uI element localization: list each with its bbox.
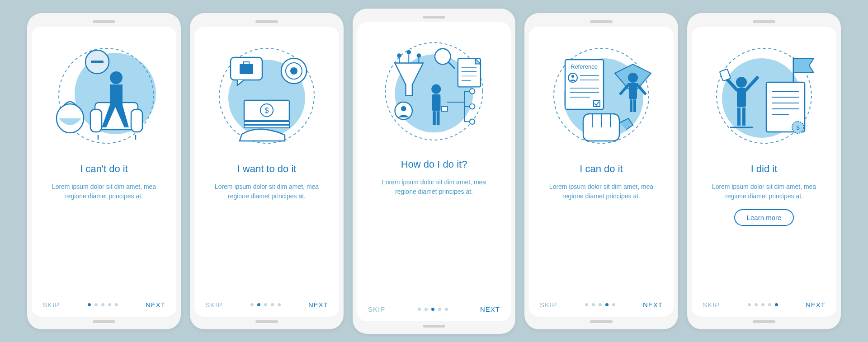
navigation-bar: SKIP NEXT <box>368 296 500 313</box>
next-button[interactable]: NEXT <box>643 301 663 309</box>
dot[interactable] <box>264 303 267 306</box>
phone-speaker <box>753 20 775 23</box>
navigation-bar: SKIP NEXT <box>703 292 826 309</box>
home-indicator <box>93 320 115 323</box>
phone-speaker <box>590 20 613 23</box>
dot[interactable] <box>425 308 428 311</box>
skip-button[interactable]: SKIP <box>540 301 557 309</box>
dot[interactable] <box>775 303 778 306</box>
onboarding-screen-3: How do I do it? Lorem ipsum dolor sit di… <box>353 9 515 334</box>
svg-rect-69 <box>633 99 636 112</box>
skip-button[interactable]: SKIP <box>42 301 60 309</box>
svg-rect-67 <box>629 83 637 99</box>
svg-rect-15 <box>240 64 253 74</box>
svg-point-29 <box>417 53 421 58</box>
dot[interactable] <box>94 303 98 306</box>
dot[interactable] <box>748 303 751 306</box>
svg-rect-44 <box>433 111 436 125</box>
screen-content: $ I want to do it Lorem ipsum dolor sit … <box>194 27 339 317</box>
svg-point-42 <box>431 84 441 94</box>
svg-rect-86 <box>720 69 731 81</box>
svg-point-28 <box>406 50 411 54</box>
onboarding-screen-4: Reference <box>524 13 678 329</box>
svg-point-41 <box>401 106 406 111</box>
phone-speaker <box>93 20 115 23</box>
onboarding-screen-5: $ I did it Lorem ipsum dolor sit dim ame… <box>687 13 841 329</box>
svg-point-11 <box>110 71 123 84</box>
screen-description: Lorem ipsum dolor sit dim amet, mea regi… <box>542 182 660 201</box>
screen-title: How do I do it? <box>401 159 467 170</box>
next-button[interactable]: NEXT <box>480 305 500 313</box>
screen-description: Lorem ipsum dolor sit dim amet, mea regi… <box>45 182 163 201</box>
dot[interactable] <box>612 303 615 306</box>
did-it-illustration: $ <box>708 39 821 152</box>
next-button[interactable]: NEXT <box>146 301 165 309</box>
page-indicator <box>250 303 281 306</box>
svg-rect-68 <box>630 99 632 112</box>
navigation-bar: SKIP NEXT <box>540 292 663 309</box>
skip-button[interactable]: SKIP <box>703 301 720 309</box>
home-indicator <box>590 320 613 323</box>
screen-description: Lorem ipsum dolor sit dim amet, mea regi… <box>705 182 823 201</box>
screen-title: I did it <box>751 163 778 175</box>
dot[interactable] <box>445 308 448 311</box>
dot[interactable] <box>761 303 764 306</box>
how-do-i-do-it-illustration <box>377 35 491 148</box>
dot[interactable] <box>592 303 595 306</box>
dot[interactable] <box>768 303 771 306</box>
next-button[interactable]: NEXT <box>308 301 328 309</box>
screen-title: I can't do it <box>80 163 128 175</box>
svg-point-33 <box>435 48 451 64</box>
home-indicator <box>255 320 278 323</box>
dot[interactable] <box>599 303 602 306</box>
screen-description: Lorem ipsum dolor sit dim amet, mea regi… <box>375 178 493 197</box>
screen-title: I want to do it <box>237 163 297 175</box>
dot[interactable] <box>438 308 441 311</box>
dot[interactable] <box>250 303 254 306</box>
onboarding-screen-1: I can't do it Lorem ipsum dolor sit dim … <box>27 13 181 329</box>
dot[interactable] <box>585 303 588 306</box>
page-indicator <box>418 308 448 311</box>
screen-title: I can do it <box>580 163 623 175</box>
dot[interactable] <box>755 303 758 306</box>
dot[interactable] <box>88 303 91 306</box>
learn-more-button[interactable]: Learn more <box>734 209 794 226</box>
svg-rect-85 <box>737 88 746 107</box>
navigation-bar: SKIP NEXT <box>42 292 165 309</box>
screen-description: Lorem ipsum dolor sit dim amet, mea regi… <box>208 182 326 201</box>
dot[interactable] <box>271 303 274 306</box>
svg-text:$: $ <box>265 107 269 114</box>
dot[interactable] <box>431 308 434 311</box>
dot[interactable] <box>257 303 260 306</box>
next-button[interactable]: NEXT <box>806 301 826 309</box>
dot[interactable] <box>108 303 111 306</box>
svg-point-59 <box>571 75 574 78</box>
page-indicator <box>88 303 118 306</box>
svg-point-19 <box>290 67 297 75</box>
svg-rect-23 <box>244 122 289 124</box>
can-do-it-illustration: Reference <box>545 39 658 152</box>
navigation-bar: SKIP NEXT <box>205 292 328 309</box>
svg-rect-46 <box>441 106 447 111</box>
home-indicator <box>753 320 775 323</box>
screen-content: Reference <box>529 27 674 317</box>
skip-button[interactable]: SKIP <box>205 301 222 309</box>
dot[interactable] <box>101 303 104 306</box>
svg-rect-24 <box>244 125 289 128</box>
dot[interactable] <box>605 303 609 306</box>
onboarding-screen-2: $ I want to do it Lorem ipsum dolor sit … <box>190 13 344 329</box>
svg-rect-87 <box>737 108 741 126</box>
skip-button[interactable]: SKIP <box>368 305 385 313</box>
svg-point-27 <box>397 53 401 58</box>
svg-point-66 <box>628 73 638 83</box>
page-indicator <box>748 303 778 306</box>
phone-speaker <box>423 16 445 19</box>
dot[interactable] <box>115 303 118 306</box>
dot[interactable] <box>418 308 421 311</box>
dot[interactable] <box>278 303 281 306</box>
svg-point-49 <box>470 89 475 94</box>
svg-rect-45 <box>437 111 440 125</box>
svg-text:$: $ <box>796 124 800 131</box>
screen-content: I can't do it Lorem ipsum dolor sit dim … <box>32 27 176 317</box>
svg-point-84 <box>736 77 747 88</box>
